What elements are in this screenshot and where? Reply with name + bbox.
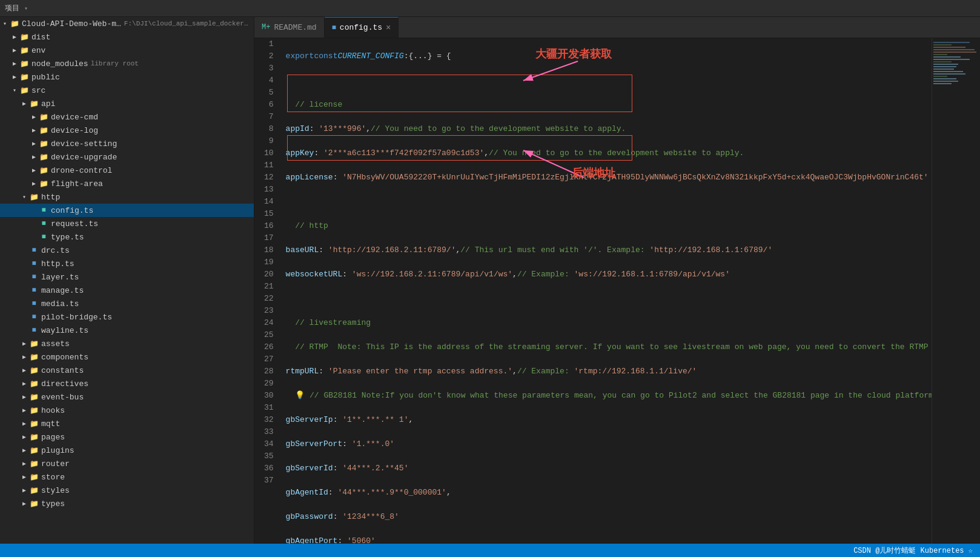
sidebar-item-plugins[interactable]: ▶ 📁 plugins	[0, 444, 254, 457]
title-bar-arrow[interactable]: ▾	[24, 5, 28, 12]
folder-icon: 📁	[39, 139, 48, 148]
sidebar-item-device-log[interactable]: ▶ 📁 device-log	[0, 124, 254, 137]
ts-file-icon: ■	[29, 273, 39, 281]
expand-arrow: ▶	[19, 433, 29, 441]
sidebar-item-flight-area[interactable]: ▶ 📁 flight-area	[0, 177, 254, 190]
sidebar-item-directives[interactable]: ▶ 📁 directives	[0, 377, 254, 390]
ts-file-icon: ■	[29, 246, 39, 255]
editor-code-area[interactable]: export const CURRENT_CONFIG :{...} = { /…	[281, 38, 932, 544]
tab-readme[interactable]: M+ README.md	[254, 17, 325, 38]
expand-arrow: ▶	[29, 153, 39, 161]
main-layout: ▾ 📁 Cloud-API-Demo-Web-main F:\DJI\cloud…	[0, 17, 980, 544]
sidebar-item-public[interactable]: ▶ 📁 public	[0, 70, 254, 84]
sidebar-item-hooks[interactable]: ▶ 📁 hooks	[0, 404, 254, 417]
expand-arrow: ▶	[19, 340, 29, 347]
sidebar-item-styles[interactable]: ▶ 📁 styles	[0, 484, 254, 497]
folder-icon: 📁	[29, 419, 39, 429]
sidebar-item-mqtt[interactable]: ▶ 📁 mqtt	[0, 417, 254, 430]
tree-label: constants	[41, 366, 84, 375]
sidebar: ▾ 📁 Cloud-API-Demo-Web-main F:\DJI\cloud…	[0, 17, 254, 544]
sidebar-item-router[interactable]: ▶ 📁 router	[0, 457, 254, 470]
minimap	[932, 38, 980, 544]
line-numbers: 1 2 3 4 5 6 7 8 9 10 11 12 13 14 15 16 1…	[254, 38, 281, 544]
sidebar-item-wayline-ts[interactable]: ▶ ■ wayline.ts	[0, 324, 254, 337]
sidebar-item-components[interactable]: ▶ 📁 components	[0, 350, 254, 364]
status-text-right: CSDN @儿时竹蜻蜓 Kubernetes ☆	[853, 545, 973, 556]
sidebar-item-layer-ts[interactable]: ▶ ■ layer.ts	[0, 270, 254, 284]
tree-label: config.ts	[51, 206, 93, 215]
sidebar-item-constants[interactable]: ▶ 📁 constants	[0, 364, 254, 377]
tree-label: hooks	[41, 406, 65, 415]
sidebar-item-media-ts[interactable]: ▶ ■ media.ts	[0, 297, 254, 310]
folder-icon: 📁	[29, 339, 39, 349]
sidebar-item-pilot-bridge-ts[interactable]: ▶ ■ pilot-bridge.ts	[0, 310, 254, 324]
code-line-18: gbServerId: '44***.2.**45'	[286, 462, 927, 475]
title-bar: 项目 ▾	[0, 0, 980, 17]
tree-label: event-bus	[41, 393, 84, 402]
expand-arrow: ▶	[19, 460, 29, 467]
code-line-13: // RTMP Note: This IP is the address of …	[286, 341, 927, 353]
tree-label: flight-area	[51, 179, 103, 188]
sidebar-item-assets[interactable]: ▶ 📁 assets	[0, 337, 254, 350]
sidebar-item-type-ts[interactable]: ▶ ■ type.ts	[0, 230, 254, 244]
tree-label: assets	[41, 339, 70, 349]
tree-label: Cloud-API-Demo-Web-main	[22, 19, 122, 28]
tree-label: device-upgrade	[51, 153, 117, 162]
folder-icon: 📁	[29, 393, 39, 402]
ts-icon: ■	[332, 24, 336, 32]
code-line-19: gbAgentId: '44***.***.9**0_000001',	[286, 487, 927, 499]
sidebar-item-config-ts[interactable]: ▶ ■ config.ts	[0, 204, 254, 217]
sidebar-item-dist[interactable]: ▶ 📁 dist	[0, 30, 254, 44]
expand-arrow: ▶	[10, 47, 19, 54]
tree-label: wayline.ts	[41, 326, 88, 335]
ts-file-icon: ■	[29, 286, 39, 295]
folder-icon: 📁	[29, 486, 39, 495]
code-line-9: baseURL: 'http://192.168.2.11:6789/', //…	[286, 244, 927, 256]
code-line-3: // license	[286, 99, 927, 111]
sidebar-item-store[interactable]: ▶ 📁 store	[0, 470, 254, 484]
tree-label: dist	[31, 33, 50, 42]
sidebar-item-device-setting[interactable]: ▶ 📁 device-setting	[0, 137, 254, 150]
folder-icon: 📁	[39, 113, 48, 122]
expand-arrow: ▶	[19, 100, 29, 107]
tree-label: store	[41, 473, 65, 482]
sidebar-item-request-ts[interactable]: ▶ ■ request.ts	[0, 217, 254, 230]
project-label: 项目	[5, 3, 19, 13]
sidebar-item-device-cmd[interactable]: ▶ 📁 device-cmd	[0, 110, 254, 124]
folder-icon: 📁	[29, 459, 39, 469]
sidebar-item-pages[interactable]: ▶ 📁 pages	[0, 430, 254, 444]
tree-label: public	[31, 73, 60, 82]
tree-label: device-cmd	[51, 113, 98, 122]
code-line-11	[286, 293, 927, 305]
expand-arrow: ▶	[19, 367, 29, 374]
sidebar-item-node-modules[interactable]: ▶ 📁 node_modules library root	[0, 57, 254, 70]
tree-label: type.ts	[51, 233, 84, 242]
tab-config[interactable]: ■ config.ts ×	[325, 17, 399, 38]
sidebar-item-src[interactable]: ▾ 📁 src	[0, 84, 254, 97]
folder-icon: 📁	[10, 19, 19, 28]
sidebar-item-drone-control[interactable]: ▶ 📁 drone-control	[0, 164, 254, 177]
sidebar-item-http-ts[interactable]: ▶ ■ http.ts	[0, 257, 254, 270]
tree-label: node_modules	[31, 59, 88, 68]
expand-arrow: ▶	[19, 393, 29, 401]
expand-arrow: ▶	[29, 180, 39, 187]
tree-label: styles	[41, 486, 70, 495]
sidebar-item-types[interactable]: ▶ 📁 types	[0, 497, 254, 510]
expand-arrow: ▶	[19, 380, 29, 387]
code-line-4: appId: '13***996', // You need to go to …	[286, 123, 927, 135]
expand-arrow: ▶	[10, 33, 19, 41]
sidebar-item-http[interactable]: ▾ 📁 http	[0, 190, 254, 204]
tab-label: config.ts	[340, 23, 382, 32]
expand-arrow: ▶	[19, 500, 29, 507]
sidebar-item-api[interactable]: ▶ 📁 api	[0, 97, 254, 110]
sidebar-item-cloud-api-demo[interactable]: ▾ 📁 Cloud-API-Demo-Web-main F:\DJI\cloud…	[0, 17, 254, 30]
tab-close-button[interactable]: ×	[386, 24, 391, 32]
sidebar-item-drc-ts[interactable]: ▶ ■ drc.ts	[0, 244, 254, 257]
sidebar-item-manage-ts[interactable]: ▶ ■ manage.ts	[0, 284, 254, 297]
tree-label: layer.ts	[41, 273, 79, 282]
sidebar-item-event-bus[interactable]: ▶ 📁 event-bus	[0, 390, 254, 404]
sidebar-item-device-upgrade[interactable]: ▶ 📁 device-upgrade	[0, 150, 254, 164]
sidebar-item-env[interactable]: ▶ 📁 env	[0, 44, 254, 57]
folder-icon: 📁	[19, 59, 29, 68]
annotation-dji-dev: 大疆开发者获取	[535, 47, 612, 61]
